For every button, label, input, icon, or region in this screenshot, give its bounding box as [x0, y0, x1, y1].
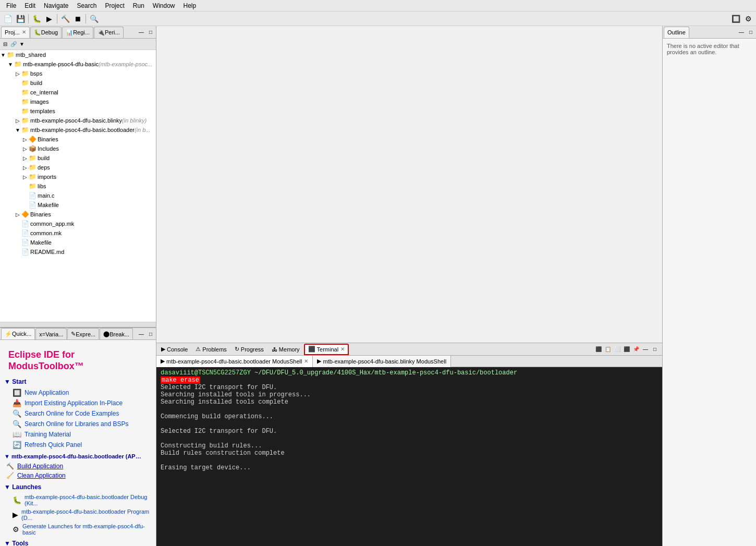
program-launch-text[interactable]: mtb-example-psoc4-dfu-basic.bootloader P… — [21, 508, 151, 521]
menu-edit[interactable]: Edit — [20, 1, 40, 10]
import-application-text[interactable]: Import Existing Application In-Place — [25, 399, 123, 407]
tab-peripherals[interactable]: 🔌 Peri... — [94, 27, 124, 38]
menu-navigate[interactable]: Navigate — [40, 1, 72, 10]
maximize-btn[interactable]: 🔲 — [730, 13, 741, 25]
tab-breakpoints[interactable]: ⬤ Break... — [100, 328, 133, 339]
subtab-blinky[interactable]: ▶ mtb-example-psoc4-dfu-basic.blinky Mod… — [313, 356, 451, 367]
clean-application-link[interactable]: 🧹 Clean Application — [4, 471, 152, 480]
tree-item[interactable]: ▷🔶Binaries — [0, 210, 156, 219]
tree-item[interactable]: ▷📁build — [0, 153, 156, 163]
collapse-all-btn[interactable]: ⊟ — [1, 40, 9, 48]
training-text[interactable]: Training Material — [25, 431, 71, 438]
settings-btn[interactable]: ⚙ — [742, 13, 754, 25]
build-btn[interactable]: 🔨 — [59, 13, 71, 25]
filter-btn[interactable]: ▼ — [18, 40, 26, 48]
tree-item[interactable]: ▷📁deps — [0, 163, 156, 172]
tree-item[interactable]: ▼📁mtb_shared — [0, 50, 156, 59]
terminal-action-3[interactable]: ⬜ — [613, 345, 621, 354]
tree-arrow[interactable]: ▷ — [15, 118, 21, 124]
tree-arrow[interactable]: ▷ — [15, 71, 21, 77]
tree-item[interactable]: ▼📁mtb-example-psoc4-dfu-basic.bootloader… — [0, 125, 156, 135]
new-application-link[interactable]: 🔲 New Application — [4, 387, 152, 398]
tree-scrollbar-h[interactable] — [0, 322, 156, 327]
tree-arrow[interactable]: ▷ — [22, 155, 28, 161]
tab-progress[interactable]: ↻ Progress — [231, 344, 267, 355]
tree-arrow[interactable]: ▼ — [15, 127, 21, 133]
debug-launch-link[interactable]: 🐛 mtb-example-psoc4-dfu-basic.bootloader… — [4, 493, 152, 507]
menu-search[interactable]: Search — [72, 1, 101, 10]
import-application-link[interactable]: 📥 Import Existing Application In-Place — [4, 398, 152, 408]
tree-item[interactable]: ▷📁bsps — [0, 69, 156, 78]
refresh-quick-panel-text[interactable]: Refresh Quick Panel — [25, 441, 82, 448]
minimize-outline-btn[interactable]: — — [737, 28, 746, 37]
tree-arrow[interactable]: ▷ — [22, 146, 28, 152]
menu-help[interactable]: Help — [179, 1, 201, 10]
new-btn[interactable]: 📄 — [2, 13, 14, 25]
subtab-bootloader[interactable]: ▶ mtb-example-psoc4-dfu-basic.bootloader… — [156, 356, 313, 367]
tab-expressions[interactable]: ✎ Expre... — [67, 328, 99, 339]
tools-section-header[interactable]: ▼ Tools — [4, 540, 152, 546]
tree-item[interactable]: ▷📁mtb-example-psoc4-dfu-basic.blinky (in… — [0, 116, 156, 125]
tree-arrow[interactable]: ▼ — [0, 52, 6, 58]
build-application-link[interactable]: 🔨 Build Application — [4, 462, 152, 471]
tree-item[interactable]: 📄README.md — [0, 247, 156, 257]
terminal-action-5[interactable]: 📌 — [632, 345, 640, 354]
tab-project[interactable]: Proj... ✕ — [1, 27, 30, 38]
tree-arrow[interactable]: ▷ — [22, 174, 28, 180]
tab-debug[interactable]: 🐛 Debug — [30, 27, 62, 38]
terminal-action-4[interactable]: ⬛ — [623, 345, 631, 354]
terminal-action-2[interactable]: 📋 — [604, 345, 612, 354]
terminal-close-btn[interactable]: ✕ — [340, 346, 345, 352]
link-editor-btn[interactable]: 🔗 — [9, 40, 18, 48]
tree-item[interactable]: 📁build — [0, 78, 156, 88]
tab-console[interactable]: ▶ Console — [157, 344, 191, 355]
launches-section-header[interactable]: ▼ Launches — [4, 483, 152, 491]
tab-outline[interactable]: Outline — [664, 27, 689, 38]
search-global-btn[interactable]: 🔍 — [88, 13, 100, 25]
maximize-outline-btn[interactable]: □ — [747, 28, 755, 37]
search-libraries-link[interactable]: 🔍 Search Online for Libraries and BSPs — [4, 419, 152, 429]
tab-registers[interactable]: 📊 Regi... — [62, 27, 93, 38]
menu-project[interactable]: Project — [101, 1, 128, 10]
terminal-content[interactable]: dasaviiit@TSCN5CG2257ZGY ~/DFU/DFU_5.0_u… — [156, 367, 662, 546]
terminal-action-1[interactable]: ⬛ — [594, 345, 603, 354]
app-section-header[interactable]: ▼ mtb-example-psoc4-dfu-basic.bootloader… — [4, 453, 145, 459]
debug-btn[interactable]: 🐛 — [31, 13, 42, 25]
tree-item[interactable]: 📁templates — [0, 106, 156, 116]
stop-btn[interactable]: ⏹ — [72, 13, 83, 25]
tree-item[interactable]: 📄Makefile — [0, 200, 156, 210]
new-application-text[interactable]: New Application — [25, 389, 69, 396]
start-section-header[interactable]: ▼ Start — [4, 378, 152, 385]
save-btn[interactable]: 💾 — [15, 13, 26, 25]
tree-item[interactable]: ▷📦Includes — [0, 144, 156, 153]
menu-run[interactable]: Run — [129, 1, 149, 10]
tab-terminal[interactable]: ⬛ Terminal ✕ — [304, 344, 349, 355]
program-launch-link[interactable]: ▶ mtb-example-psoc4-dfu-basic.bootloader… — [4, 507, 152, 522]
tree-item[interactable]: 📄common_app.mk — [0, 219, 156, 228]
training-link[interactable]: 📖 Training Material — [4, 429, 152, 440]
build-application-text[interactable]: Build Application — [17, 463, 63, 470]
refresh-quick-panel-link[interactable]: 🔄 Refresh Quick Panel — [4, 440, 152, 450]
tree-item[interactable]: ▼📁mtb-example-psoc4-dfu-basic (mtb-examp… — [0, 59, 156, 69]
tree-arrow[interactable]: ▷ — [15, 212, 21, 217]
terminal-maximize-btn[interactable]: □ — [651, 345, 659, 354]
tab-memory[interactable]: 🖧 Memory — [268, 344, 303, 355]
tab-problems[interactable]: ⚠ Problems — [192, 344, 230, 355]
subtab-bootloader-close[interactable]: ✕ — [304, 358, 308, 364]
tree-item[interactable]: ▷📁imports — [0, 172, 156, 181]
tree-item[interactable]: 📄Makefile — [0, 238, 156, 247]
search-examples-text[interactable]: Search Online for Code Examples — [25, 410, 119, 417]
clean-application-text[interactable]: Clean Application — [17, 472, 66, 479]
tree-arrow[interactable]: ▷ — [22, 165, 28, 171]
tree-arrow[interactable]: ▼ — [7, 62, 14, 67]
run-btn[interactable]: ▶ — [43, 13, 55, 25]
tab-quick[interactable]: ⚡ Quick... — [1, 328, 35, 339]
maximize-panel-btn[interactable]: □ — [147, 28, 155, 37]
tab-variables[interactable]: x= Varia... — [35, 328, 67, 339]
tree-item[interactable]: 📁images — [0, 97, 156, 106]
search-examples-link[interactable]: 🔍 Search Online for Code Examples — [4, 408, 152, 419]
tree-item[interactable]: 📄main.c — [0, 191, 156, 200]
debug-launch-text[interactable]: mtb-example-psoc4-dfu-basic.bootloader D… — [25, 494, 151, 506]
tree-item[interactable]: ▷🔶Binaries — [0, 135, 156, 144]
terminal-minimize-btn[interactable]: — — [641, 345, 650, 354]
